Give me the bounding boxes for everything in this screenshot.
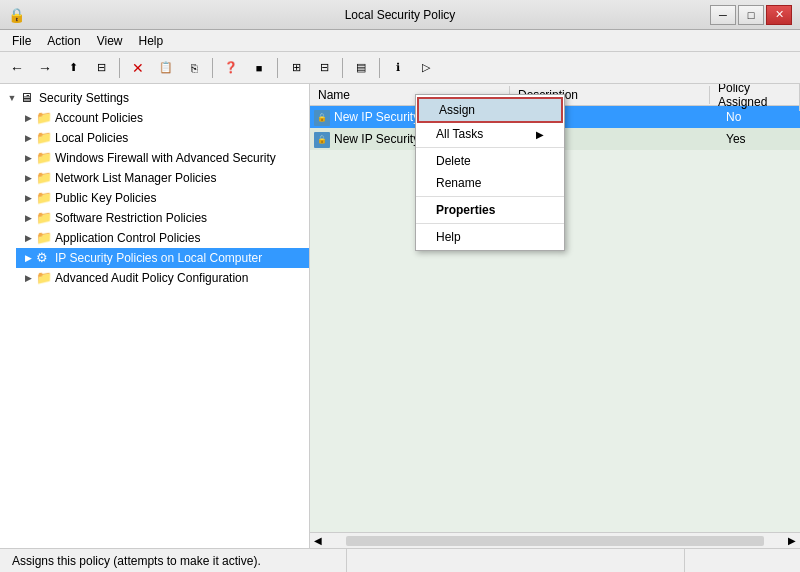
- tree-panel: ▼ 🖥 Security Settings ▶ 📁 Account Polici…: [0, 84, 310, 548]
- delete-label: Delete: [436, 154, 471, 168]
- rename-label: Rename: [436, 176, 481, 190]
- right-panel: Name Description Policy Assigned 🔒 New I…: [310, 84, 800, 548]
- tree-label-local: Local Policies: [55, 131, 128, 145]
- computer-icon: 🖥: [20, 90, 36, 106]
- sidebar-item-local-policies[interactable]: ▶ 📁 Local Policies: [16, 128, 309, 148]
- sidebar-item-software-restriction[interactable]: ▶ 📁 Software Restriction Policies: [16, 208, 309, 228]
- expand-network[interactable]: ▶: [20, 170, 36, 186]
- context-menu-rename[interactable]: Rename: [416, 172, 564, 194]
- window-title: Local Security Policy: [345, 8, 456, 22]
- scroll-left-btn[interactable]: ◀: [310, 535, 326, 546]
- tree-label-network: Network List Manager Policies: [55, 171, 216, 185]
- toolbar-sep4: [342, 58, 343, 78]
- status-section-2: [347, 549, 686, 572]
- context-menu-all-tasks[interactable]: All Tasks ▶: [416, 123, 564, 145]
- folder-icon-local: 📁: [36, 130, 52, 146]
- show-hide-console-button[interactable]: ⊟: [88, 56, 114, 80]
- expand-account[interactable]: ▶: [20, 110, 36, 126]
- app-icon: 🔒: [8, 7, 25, 23]
- help-label: Help: [436, 230, 461, 244]
- menu-file[interactable]: File: [4, 32, 39, 50]
- all-tasks-label: All Tasks: [436, 127, 483, 141]
- sidebar-item-account-policies[interactable]: ▶ 📁 Account Policies: [16, 108, 309, 128]
- context-separator-3: [416, 223, 564, 224]
- ip-icon-2: 🔒: [314, 132, 330, 148]
- ip-policy-icon-1: 🔒: [314, 109, 330, 125]
- folder-icon-app: 📁: [36, 230, 52, 246]
- filter-button[interactable]: ▤: [348, 56, 374, 80]
- minimize-button[interactable]: ─: [710, 5, 736, 25]
- folder-icon-advanced: 📁: [36, 270, 52, 286]
- context-separator-1: [416, 147, 564, 148]
- scroll-track[interactable]: [346, 536, 764, 546]
- delete-button[interactable]: ✕: [125, 56, 151, 80]
- toolbar: ← → ⬆ ⊟ ✕ 📋 ⎘ ❓ ■ ⊞ ⊟ ▤ ℹ ▷: [0, 52, 800, 84]
- gear-icon-ip: ⚙: [36, 250, 52, 266]
- sidebar-item-windows-firewall[interactable]: ▶ 📁 Windows Firewall with Advanced Secur…: [16, 148, 309, 168]
- main-area: ▼ 🖥 Security Settings ▶ 📁 Account Polici…: [0, 84, 800, 548]
- sidebar-item-network-list[interactable]: ▶ 📁 Network List Manager Policies: [16, 168, 309, 188]
- context-menu-assign[interactable]: Assign: [417, 97, 563, 123]
- tree-children: ▶ 📁 Account Policies ▶ 📁 Local Policies …: [0, 108, 309, 288]
- menu-help[interactable]: Help: [131, 32, 172, 50]
- context-separator-2: [416, 196, 564, 197]
- help1-button[interactable]: ❓: [218, 56, 244, 80]
- export-button[interactable]: ⊞: [283, 56, 309, 80]
- sidebar-item-app-control[interactable]: ▶ 📁 Application Control Policies: [16, 228, 309, 248]
- expand-public[interactable]: ▶: [20, 190, 36, 206]
- expand-firewall[interactable]: ▶: [20, 150, 36, 166]
- horizontal-scrollbar[interactable]: ◀ ▶: [310, 532, 800, 548]
- forward-button[interactable]: →: [32, 56, 58, 80]
- expand-advanced[interactable]: ▶: [20, 270, 36, 286]
- sidebar-item-advanced-audit[interactable]: ▶ 📁 Advanced Audit Policy Configuration: [16, 268, 309, 288]
- copy-button[interactable]: ⎘: [181, 56, 207, 80]
- back-button[interactable]: ←: [4, 56, 30, 80]
- folder-icon-software: 📁: [36, 210, 52, 226]
- context-menu: Assign All Tasks ▶ Delete Rename Propert…: [415, 94, 565, 251]
- list-item-assigned-2: Yes: [726, 132, 796, 146]
- folder-icon-network: 📁: [36, 170, 52, 186]
- help2-button[interactable]: ■: [246, 56, 272, 80]
- expand-local[interactable]: ▶: [20, 130, 36, 146]
- all-tasks-arrow: ▶: [536, 129, 544, 140]
- expand-software[interactable]: ▶: [20, 210, 36, 226]
- status-text: Assigns this policy (attempts to make it…: [12, 554, 261, 568]
- tree-label-ip: IP Security Policies on Local Computer: [55, 251, 262, 265]
- expand-app[interactable]: ▶: [20, 230, 36, 246]
- sidebar-item-public-key[interactable]: ▶ 📁 Public Key Policies: [16, 188, 309, 208]
- context-menu-delete[interactable]: Delete: [416, 150, 564, 172]
- menu-action[interactable]: Action: [39, 32, 88, 50]
- status-section-3: [685, 549, 792, 572]
- ip-icon-1: 🔒: [314, 110, 330, 126]
- assign-label: Assign: [439, 103, 475, 117]
- tree-root-label: Security Settings: [39, 91, 129, 105]
- expand-ip[interactable]: ▶: [20, 250, 36, 266]
- folder-icon-public: 📁: [36, 190, 52, 206]
- up-button[interactable]: ⬆: [60, 56, 86, 80]
- tree-label-firewall: Windows Firewall with Advanced Security: [55, 151, 276, 165]
- info-button[interactable]: ℹ: [385, 56, 411, 80]
- context-menu-properties[interactable]: Properties: [416, 199, 564, 221]
- sidebar-item-ip-security[interactable]: ▶ ⚙ IP Security Policies on Local Comput…: [16, 248, 309, 268]
- title-bar-left: 🔒: [8, 7, 25, 23]
- col-assigned-header[interactable]: Policy Assigned: [710, 84, 800, 111]
- menu-bar: File Action View Help: [0, 30, 800, 52]
- properties-button[interactable]: 📋: [153, 56, 179, 80]
- menu-view[interactable]: View: [89, 32, 131, 50]
- tree-label-advanced: Advanced Audit Policy Configuration: [55, 271, 248, 285]
- expand-root[interactable]: ▼: [4, 90, 20, 106]
- ip-policy-icon-2: 🔒: [314, 131, 330, 147]
- maximize-button[interactable]: □: [738, 5, 764, 25]
- title-bar: 🔒 Local Security Policy ─ □ ✕: [0, 0, 800, 30]
- tree-label-account: Account Policies: [55, 111, 143, 125]
- tree-label-app: Application Control Policies: [55, 231, 200, 245]
- toolbar-sep5: [379, 58, 380, 78]
- context-menu-help[interactable]: Help: [416, 226, 564, 248]
- extra-button[interactable]: ▷: [413, 56, 439, 80]
- close-button[interactable]: ✕: [766, 5, 792, 25]
- list-item-assigned-1: No: [726, 110, 796, 124]
- tree-root[interactable]: ▼ 🖥 Security Settings: [0, 88, 309, 108]
- export2-button[interactable]: ⊟: [311, 56, 337, 80]
- tree-label-public: Public Key Policies: [55, 191, 156, 205]
- scroll-right-btn[interactable]: ▶: [784, 535, 800, 546]
